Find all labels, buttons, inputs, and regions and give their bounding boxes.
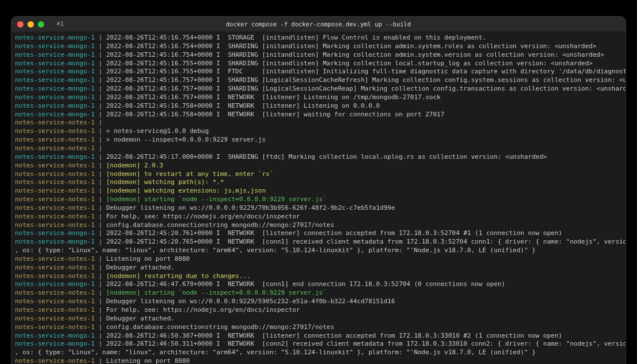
close-icon[interactable] [17,21,24,28]
service-name: notes-service-notes-1 [15,195,99,203]
separator: | [99,162,106,169]
service-name: notes-service-notes-1 [15,315,99,322]
log-line: notes-service-notes-1 | Debugger listeni… [15,298,622,306]
log-line: notes-service-mongo-1 | 2022-08-26T12:45… [15,34,622,42]
log-line: notes-service-notes-1 | [nodemon] starti… [15,289,622,298]
titlebar[interactable]: ⌘1 docker compose -f docker-compose.dev.… [11,17,626,32]
tab-label[interactable]: ⌘1 [57,20,64,28]
service-name: notes-service-mongo-1 [15,332,99,339]
log-message: [nodemon] watching extensions: js,mjs,js… [106,187,266,194]
separator: | [99,323,106,331]
log-message: 2022-08-26T12:45:17.000+0000 I SHARDING … [106,153,547,161]
separator: | [99,111,106,118]
service-name: notes-service-notes-1 [15,144,99,152]
zoom-icon[interactable] [38,21,44,28]
log-line: notes-service-notes-1 | For help, see: h… [15,213,622,221]
service-name: notes-service-notes-1 [15,119,99,126]
service-name: notes-service-notes-1 [15,204,99,212]
minimize-icon[interactable] [28,21,34,28]
log-message: 2022-08-26T12:45:16.754+0000 I SHARDING … [106,42,596,50]
separator: | [99,264,106,271]
log-message: 2022-08-26T12:46:50.311+0000 I NETWORK [… [106,340,626,347]
log-line: notes-service-notes-1 | [nodemon] to res… [15,170,622,179]
separator: | [99,136,106,143]
service-name: notes-service-notes-1 [15,187,99,194]
log-message: [nodemon] starting `node --inspect=0.0.0… [106,195,327,203]
service-name: notes-service-notes-1 [15,298,99,305]
log-message: Debugger attached. [106,315,174,322]
service-name: notes-service-notes-1 [15,213,99,220]
separator: | [99,127,106,135]
service-name: notes-service-mongo-1 [15,51,99,58]
log-message: Debugger listening on ws://0.0.0.0:9229/… [106,204,395,212]
log-message: 2022-08-26T12:46:50.307+0000 I NETWORK [… [106,332,562,339]
log-line: notes-service-mongo-1 | 2022-08-26T12:45… [15,102,622,111]
separator: | [99,213,106,220]
log-message: 2022-08-26T12:45:16.757+0000 I SHARDING … [106,85,626,92]
service-name: notes-service-notes-1 [15,221,99,229]
log-line: notes-service-mongo-1 | 2022-08-26T12:45… [15,60,622,68]
log-message: [nodemon] to restart at any time, enter … [106,170,273,178]
separator: | [99,255,106,263]
separator: | [99,272,106,280]
log-message: config.database.connectionstring mongodb… [106,323,334,331]
service-name: notes-service-notes-1 [15,323,99,331]
log-line: notes-service-notes-1 | > nodemon --insp… [15,136,622,144]
log-message: , os: { type: "Linux", name: "linux", ar… [15,246,535,254]
log-line: notes-service-notes-1 | [nodemon] watchi… [15,187,622,195]
log-message: 2022-08-26T12:45:16.758+0000 I NETWORK [… [106,111,444,118]
log-message: 2022-08-26T12:46:47.670+0000 I NETWORK [… [106,280,505,288]
log-message: [nodemon] restarting due to changes... [106,272,251,280]
separator: | [99,229,106,237]
log-message: 2022-08-26T12:45:16.754+0000 I STORAGE [… [106,34,486,41]
log-line: notes-service-notes-1 | [nodemon] 2.0.3 [15,162,622,170]
service-name: notes-service-mongo-1 [15,102,99,109]
log-line: notes-service-notes-1 | [nodemon] starti… [15,195,622,204]
separator: | [99,51,106,58]
separator: | [99,68,106,75]
log-message: [nodemon] watching path(s): *.* [106,178,224,186]
log-line: notes-service-notes-1 | > notes-service@… [15,127,622,136]
log-line: notes-service-mongo-1 | 2022-08-26T12:45… [15,51,622,60]
service-name: notes-service-notes-1 [15,127,99,135]
log-line: notes-service-mongo-1 | 2022-08-26T12:46… [15,332,622,340]
service-name: notes-service-mongo-1 [15,93,99,101]
separator: | [99,93,106,101]
separator: | [99,221,106,229]
service-name: notes-service-notes-1 [15,255,99,263]
separator: | [99,76,106,84]
service-name: notes-service-notes-1 [15,272,99,280]
service-name: notes-service-mongo-1 [15,111,99,118]
traffic-lights [17,21,44,28]
separator: | [99,306,106,314]
separator: | [99,153,106,161]
service-name: notes-service-notes-1 [15,162,99,169]
log-line: notes-service-mongo-1 | 2022-08-26T12:45… [15,76,622,85]
log-message: > notes-service@1.0.0 debug [106,127,209,135]
service-name: notes-service-notes-1 [15,136,99,143]
separator: | [99,238,106,245]
log-message: 2022-08-26T12:45:16.757+0000 I NETWORK [… [106,93,441,101]
separator: | [99,204,106,212]
log-message: Debugger attached. [106,264,174,271]
terminal-output[interactable]: notes-service-mongo-1 | 2022-08-26T12:45… [11,32,626,364]
log-line: notes-service-notes-1 | [nodemon] watchi… [15,178,622,187]
log-line: notes-service-mongo-1 | 2022-08-26T12:45… [15,229,622,238]
log-line: notes-service-notes-1 | config.database.… [15,221,622,230]
separator: | [99,119,106,126]
separator: | [99,340,106,347]
log-line: notes-service-notes-1 | Debugger attache… [15,315,622,323]
log-line: notes-service-mongo-1 | 2022-08-26T12:45… [15,111,622,119]
separator: | [99,315,106,322]
separator: | [99,34,106,41]
log-message: 2022-08-26T12:45:20.765+0000 I NETWORK [… [106,238,626,245]
log-line: notes-service-notes-1 | Listening on por… [15,357,622,364]
separator: | [99,195,106,203]
log-message: Listening on port 8080 [106,255,190,263]
log-line: notes-service-notes-1 | [15,119,622,127]
log-message: Listening on port 8080 [106,357,190,364]
log-message: [nodemon] 2.0.3 [106,162,163,169]
log-line: , os: { type: "Linux", name: "linux", ar… [15,349,622,357]
service-name: notes-service-notes-1 [15,289,99,296]
log-message: [nodemon] starting `node --inspect=0.0.0… [106,289,327,296]
